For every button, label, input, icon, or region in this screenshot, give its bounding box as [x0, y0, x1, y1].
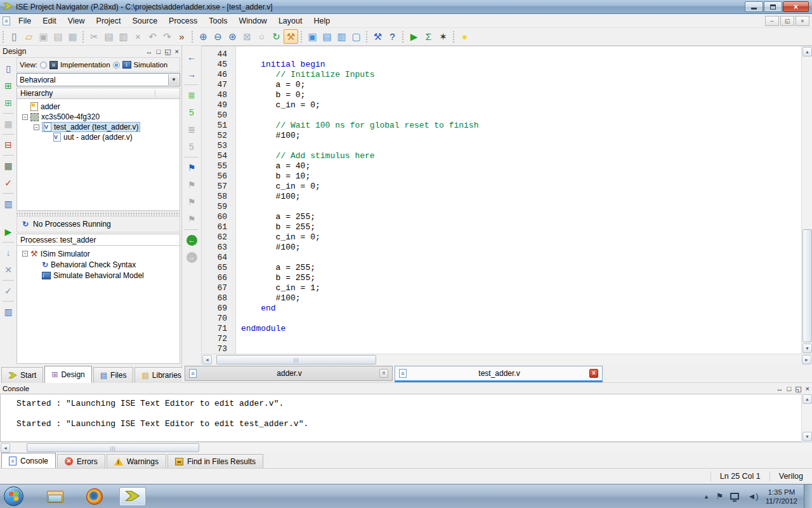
menu-project[interactable]: Project [91, 15, 127, 27]
implementation-radio[interactable] [40, 62, 47, 69]
console-restore-icon[interactable]: ◱ [795, 384, 801, 393]
tree-item[interactable]: Vuut - adder (adder.v) [17, 132, 180, 142]
process-properties-icon[interactable]: ▥ [1, 304, 16, 320]
menu-source[interactable]: Source [126, 15, 163, 27]
run-process-icon[interactable]: ▶ [1, 224, 16, 240]
zoom-in-icon[interactable]: ⊕ [196, 29, 211, 44]
open-file-icon[interactable]: ▱ [22, 29, 36, 44]
shift-left-icon[interactable]: ← [184, 49, 199, 65]
design-properties-chip-icon[interactable]: ▦ [1, 157, 16, 174]
show-hidden-icons-chevron-icon[interactable]: ▲ [704, 493, 709, 500]
tab-console[interactable]: ≡Console [1, 453, 56, 468]
minimize-button[interactable] [745, 1, 763, 12]
new-file-icon[interactable]: ▯ [7, 29, 22, 44]
code-area[interactable]: 4445 initial begin46 // Initialize Input… [202, 46, 801, 354]
tab-warnings[interactable]: !Warnings [107, 454, 166, 468]
taskbar-explorer-button[interactable] [42, 487, 69, 506]
navigate-back-icon[interactable]: ← [184, 232, 199, 248]
zoom-full-view-icon[interactable]: ⊛ [225, 29, 240, 44]
menu-tools[interactable]: Tools [203, 15, 233, 27]
tree-item[interactable]: −⚒ISim Simulator [17, 248, 180, 259]
editor-vscroll-thumb[interactable] [802, 229, 812, 342]
menu-window[interactable]: Window [233, 15, 272, 27]
simulation-radio[interactable] [113, 62, 120, 69]
console-horizontal-scrollbar[interactable]: ◄ ||| [0, 442, 812, 453]
hierarchy-column-header[interactable]: Hierarchy [16, 88, 180, 99]
menu-help[interactable]: Help [308, 15, 336, 27]
remove-source-icon[interactable]: ⊟ [1, 137, 16, 153]
code-editor[interactable]: 4445 initial begin46 // Initialize Input… [202, 46, 812, 354]
console-maximize-icon[interactable]: □ [787, 384, 792, 393]
tab-errors[interactable]: ✕Errors [57, 454, 105, 468]
taskbar-clock[interactable]: 1:35 PM 11/7/2012 [766, 488, 797, 505]
editor-hscroll-thumb[interactable]: ||| [216, 355, 376, 364]
panel-maximize-icon[interactable]: □ [157, 47, 161, 56]
toggle-sdc-file-icon[interactable]: ✓ [1, 175, 16, 191]
tree-item[interactable]: adder [17, 102, 180, 112]
action-center-flag-icon[interactable]: ⚑ [716, 491, 724, 501]
panel-dock-icon[interactable]: ↔ [146, 47, 153, 56]
panel-splitter[interactable] [16, 211, 180, 216]
context-help-icon[interactable]: ? [385, 29, 400, 44]
network-icon[interactable] [730, 493, 739, 500]
mdi-minimize-button[interactable]: – [765, 16, 779, 26]
sum-reports-icon[interactable]: Σ [421, 29, 436, 44]
editor-tab-test_adder-v[interactable]: ≡test_adder.v× [395, 366, 603, 382]
console-vertical-scrollbar[interactable]: ▲ ▼ [801, 394, 812, 442]
simulation-view-dropdown[interactable]: Behavioral ▼ [16, 73, 180, 86]
taskbar-ise-button[interactable] [119, 487, 146, 506]
chevron-down-icon[interactable]: ▼ [168, 74, 179, 85]
tab-libraries[interactable]: ▤Libraries [134, 367, 188, 383]
tile-vertically-icon[interactable]: ▥ [334, 29, 349, 44]
console-hscroll-thumb[interactable]: ||| [27, 443, 199, 452]
show-desktop-button[interactable] [804, 485, 812, 508]
close-button[interactable]: × [783, 1, 809, 12]
start-button[interactable] [4, 486, 23, 506]
show-design-summary-icon[interactable]: ▥ [1, 196, 16, 212]
stop-process-icon[interactable]: ✕ [1, 262, 16, 278]
zoom-out-icon[interactable]: ⊖ [211, 29, 225, 44]
tree-expander-icon[interactable]: − [34, 124, 39, 130]
close-tab-icon[interactable]: × [589, 369, 598, 378]
tab-start[interactable]: Start [1, 367, 43, 383]
add-copy-of-source-icon[interactable]: ⊞ [1, 95, 16, 111]
goto-line-icon[interactable]: 5 [184, 104, 199, 121]
menu-view[interactable]: View [62, 15, 91, 27]
tree-item[interactable]: iSimulate Behavioral Model [17, 270, 180, 281]
tree-expander-icon[interactable]: − [22, 114, 28, 120]
console-close-icon[interactable]: × [806, 384, 809, 393]
tip-lightbulb-icon[interactable]: ● [457, 29, 472, 44]
settings-wrench-icon[interactable]: ⚒ [370, 29, 385, 44]
menu-edit[interactable]: Edit [37, 15, 62, 27]
tree-item[interactable]: −xc3s500e-4fg320 [17, 112, 180, 122]
editor-horizontal-scrollbar[interactable]: ◄ ||| ► [202, 354, 812, 365]
scroll-down-icon[interactable]: ▼ [802, 432, 812, 441]
toolbar-overflow-chevron-icon[interactable]: » [174, 29, 189, 44]
scroll-right-icon[interactable]: ► [802, 355, 811, 364]
tab-find-in-files-results[interactable]: ∞Find in Files Results [167, 454, 263, 468]
taskbar-firefox-button[interactable] [81, 487, 108, 506]
close-tab-icon[interactable]: × [379, 369, 388, 378]
rerun-all-icon[interactable]: ✓ [1, 283, 16, 299]
menu-file[interactable]: File [13, 15, 37, 27]
panel-close-icon[interactable]: × [175, 47, 179, 56]
run-icon[interactable]: ▶ [407, 29, 421, 44]
tree-selected-item[interactable]: Vtest_adder (test_adder.v) [42, 122, 140, 132]
editor-tab-adder-v[interactable]: ≡adder.v× [185, 366, 393, 381]
rerun-process-icon[interactable]: ↓ [1, 244, 16, 261]
tab-files[interactable]: ▤Files [93, 367, 134, 383]
highlight-lines-icon[interactable]: ≣ [184, 87, 199, 104]
scroll-down-icon[interactable]: ▼ [802, 344, 812, 353]
scroll-left-icon[interactable]: ◄ [1, 443, 10, 453]
tree-item[interactable]: ↻Behavioral Check Syntax [17, 259, 180, 270]
scroll-up-icon[interactable]: ▲ [802, 394, 812, 404]
menu-layout[interactable]: Layout [273, 15, 308, 27]
analyze-telescope-icon[interactable]: ✶ [436, 29, 450, 44]
shift-right-icon[interactable]: → [184, 66, 199, 83]
mdi-document-icon[interactable]: ≡ [3, 17, 10, 25]
volume-icon[interactable]: ◄) [747, 491, 758, 501]
cascade-windows-icon[interactable]: ▣ [305, 29, 320, 44]
toggle-bookmark-icon[interactable]: ⚑ [184, 159, 199, 176]
editor-vertical-scrollbar[interactable]: ▲ ▼ [801, 46, 812, 354]
tree-item[interactable]: −Vtest_adder (test_adder.v) [17, 122, 180, 132]
